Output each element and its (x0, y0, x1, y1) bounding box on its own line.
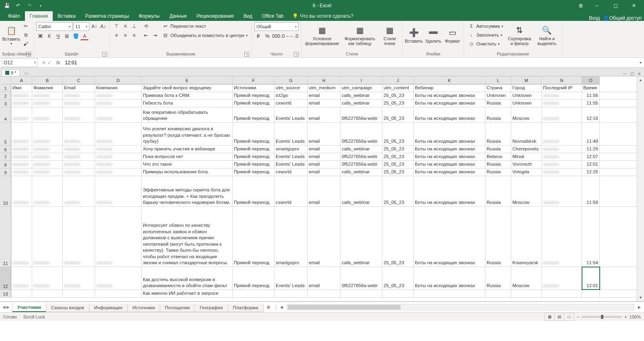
scroll-left-icon[interactable]: ◀ (279, 305, 285, 309)
align-top-icon[interactable]: ⊤ (112, 22, 120, 30)
cell[interactable]: 12:07 (582, 153, 600, 160)
orientation-icon[interactable]: ⟲ (142, 22, 150, 30)
cell[interactable]: xxxxxxx (11, 146, 32, 153)
cell[interactable]: Прямой переход (233, 267, 275, 290)
cell[interactable]: 0f5227656a-webi (341, 123, 382, 145)
cell[interactable]: xxxxxxx (11, 100, 32, 107)
decrease-font-icon[interactable]: A↓ (99, 23, 107, 31)
column-header[interactable]: A (11, 76, 32, 84)
indent-increase-icon[interactable]: ⇥ (151, 31, 159, 39)
merge-center-button[interactable]: ⊟Объединить и поместить в центре▾ (161, 31, 249, 39)
cell[interactable]: xxxxxxx (32, 100, 63, 107)
cell[interactable]: Боты на исходящих звонках (414, 161, 485, 168)
cell[interactable]: xxxxxxx (11, 153, 32, 160)
fx-icon[interactable]: fx (54, 60, 62, 66)
cell[interactable]: 25_05_23 (382, 123, 414, 145)
cell[interactable] (382, 290, 414, 297)
cell[interactable]: email (308, 267, 341, 290)
column-header[interactable]: H (308, 76, 341, 84)
header-cell[interactable]: utm_source (275, 84, 308, 92)
sheet-tab[interactable]: Участники (12, 303, 46, 312)
column-header[interactable]: L (485, 76, 511, 84)
cut-icon[interactable]: ✂ (22, 22, 30, 30)
zoom-level[interactable]: 100% (630, 314, 641, 319)
header-cell[interactable]: Задайте свой вопрос ведущему (142, 84, 233, 92)
cell[interactable]: xxxxxxx (32, 123, 63, 145)
alignment-dialog-icon[interactable]: ↘ (244, 52, 249, 57)
cell[interactable]: 12:01 (582, 161, 600, 168)
mdi-close-icon[interactable]: ✕ (636, 72, 642, 76)
cell[interactable]: 25_05_23 (382, 107, 414, 122)
cell[interactable]: xxxxxxx (11, 176, 32, 206)
cell[interactable]: xxxxxxx (95, 267, 142, 290)
cell[interactable]: calls_webinar (341, 146, 382, 153)
cell[interactable]: Прямой переход (233, 107, 275, 122)
cell[interactable]: Events' Leads (275, 123, 308, 145)
sheet-tab[interactable]: Посещения (160, 304, 195, 312)
minimize-button[interactable]: ─ (588, 0, 605, 11)
column-header[interactable]: K (414, 76, 485, 84)
cell[interactable]: xxxxxxx (542, 207, 582, 267)
cell[interactable]: Russia (485, 146, 511, 153)
cell[interactable]: xxxxxxx (542, 107, 582, 122)
cell[interactable]: 25_05_23 (382, 161, 414, 168)
cell[interactable]: 25_05_23 (382, 100, 414, 107)
tab-review[interactable]: Рецензирование (192, 11, 239, 21)
cell[interactable]: xxxxxxx (542, 153, 582, 160)
cell[interactable]: xxxxxxx (542, 267, 582, 290)
cell[interactable]: xxxxxxx (63, 92, 95, 99)
column-header[interactable]: N (542, 76, 582, 84)
cell[interactable]: xxxxxxx (32, 161, 63, 168)
cell[interactable]: 11:56 (582, 92, 600, 99)
header-cell[interactable]: Город (511, 84, 542, 92)
column-header[interactable]: E (142, 76, 233, 84)
sheet-nav-prev-icon[interactable]: ◀ (2, 305, 6, 309)
column-header[interactable]: F (233, 76, 275, 84)
fill-button[interactable]: ↓Заполнить▾ (466, 31, 505, 39)
cell[interactable]: Прямой переход (233, 207, 275, 267)
cell[interactable]: Voronezh (511, 161, 542, 168)
sheet-nav-next-icon[interactable]: ▶ (6, 305, 10, 309)
row-header[interactable]: 6 (0, 146, 11, 153)
header-cell[interactable]: Вебинар (414, 84, 485, 92)
cell[interactable]: xxxxxxx (32, 146, 63, 153)
page-break-view-icon[interactable]: ▭ (564, 313, 574, 320)
number-dialog-icon[interactable]: ↘ (294, 52, 299, 57)
cell[interactable]: Moscow (511, 107, 542, 122)
cell[interactable]: cxworld (275, 100, 308, 107)
cell[interactable]: Unknown (485, 92, 511, 99)
cell[interactable]: Гибкость бота (142, 100, 233, 107)
cell[interactable]: 25_05_23 (382, 92, 414, 99)
cell[interactable]: xxxxxxx (32, 92, 63, 99)
cell[interactable]: xxxxxxx (95, 146, 142, 153)
currency-icon[interactable]: ₽ (254, 32, 262, 40)
cell[interactable]: xxxxxxx (95, 100, 142, 107)
column-header[interactable]: M (511, 76, 542, 84)
cell[interactable]: 25_05_23 (382, 207, 414, 267)
cell[interactable]: xxxxxxx (95, 176, 142, 206)
tab-view[interactable]: Вид (239, 11, 257, 21)
cell[interactable]: xxxxxxx (63, 107, 95, 122)
cell[interactable] (233, 290, 275, 297)
row-header[interactable]: 7 (0, 153, 11, 161)
cell[interactable]: Привязка бота к CRM. (142, 92, 233, 99)
cell[interactable]: xxxxxxx (542, 92, 582, 99)
cell[interactable]: Прямой переход (233, 176, 275, 206)
tab-file[interactable]: Файл (3, 11, 25, 21)
cell[interactable]: Russia (485, 161, 511, 168)
share-button[interactable]: 👤Общий доступ (603, 15, 642, 21)
page-layout-view-icon[interactable]: ▤ (555, 313, 564, 320)
undo-icon[interactable]: ↶ (14, 1, 23, 10)
header-cell[interactable]: utm_campaign (341, 84, 382, 92)
header-cell[interactable]: Компания (95, 84, 142, 92)
cell[interactable]: Russia (485, 107, 511, 122)
cell[interactable]: 0f5227656a-webi (341, 107, 382, 122)
cell[interactable]: xxxxxxx (11, 207, 32, 267)
cell[interactable]: Боты на исходящих звонках (414, 153, 485, 160)
header-cell[interactable]: Источники (233, 84, 275, 92)
cell[interactable]: Russia (485, 207, 511, 267)
tell-me[interactable]: 💡Что вы хотите сделать? (288, 11, 357, 21)
cell[interactable]: 11:29 (582, 146, 600, 153)
cell[interactable]: Events' Leads (275, 267, 308, 290)
cell[interactable]: 0f5227656a-webi (341, 161, 382, 168)
